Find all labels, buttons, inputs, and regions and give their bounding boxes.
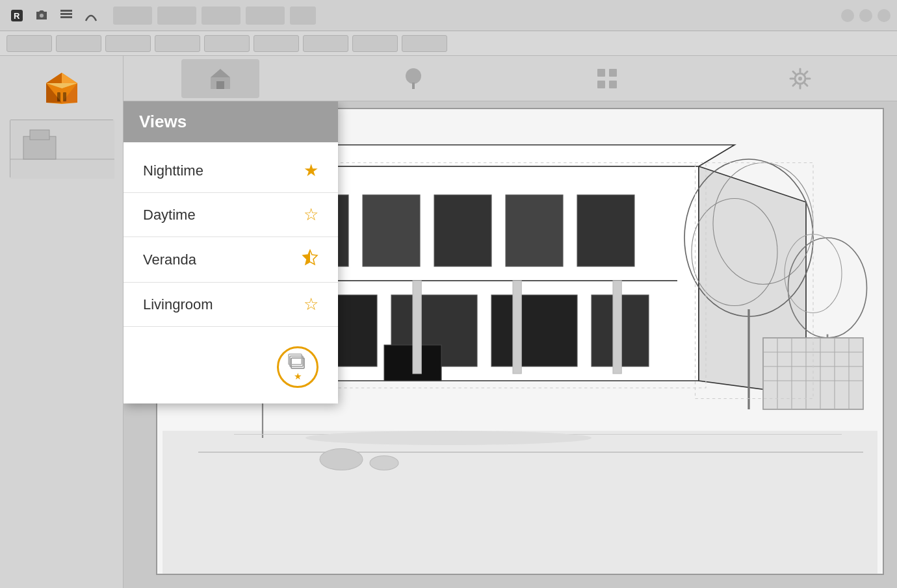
nav-settings-icon[interactable] — [761, 59, 839, 98]
view-item-nighttime-star[interactable]: ★ — [304, 160, 318, 181]
toolbar-btn-5[interactable] — [290, 6, 316, 25]
svg-text:R: R — [14, 11, 20, 21]
scene-star-icon: ★ — [294, 371, 302, 381]
layers-icon[interactable] — [56, 5, 77, 26]
svg-point-2 — [40, 14, 44, 18]
view-item-nighttime-label: Nighttime — [143, 162, 203, 179]
second-btn-5[interactable] — [204, 35, 250, 52]
close-button[interactable] — [878, 9, 890, 22]
second-btn-7[interactable] — [303, 35, 348, 52]
svg-rect-45 — [577, 195, 634, 266]
top-toolbar: R — [0, 0, 897, 31]
views-header: Views — [124, 101, 338, 142]
view-item-veranda[interactable]: Veranda — [124, 237, 338, 283]
svg-point-28 — [798, 77, 802, 81]
svg-rect-13 — [63, 92, 66, 101]
svg-rect-20 — [216, 81, 224, 89]
view-item-veranda-star[interactable] — [302, 249, 318, 270]
svg-marker-81 — [303, 250, 317, 264]
views-footer: ★ — [124, 333, 338, 403]
svg-marker-19 — [211, 69, 230, 77]
main-icon-bar — [124, 56, 897, 101]
svg-line-35 — [805, 71, 807, 74]
scene-button[interactable]: ★ — [277, 346, 318, 388]
maximize-button[interactable] — [859, 9, 872, 22]
second-btn-9[interactable] — [402, 35, 447, 52]
svg-rect-23 — [597, 69, 605, 77]
toolbar-btn-2[interactable] — [157, 6, 196, 25]
view-item-daytime-star[interactable]: ☆ — [304, 205, 318, 225]
svg-rect-65 — [613, 281, 621, 374]
svg-rect-42 — [363, 195, 420, 266]
left-panel — [0, 56, 124, 588]
second-btn-6[interactable] — [254, 35, 299, 52]
svg-rect-24 — [609, 69, 617, 77]
svg-rect-26 — [609, 81, 617, 88]
second-btn-1[interactable] — [6, 35, 52, 52]
second-toolbar — [0, 31, 897, 56]
svg-rect-3 — [60, 13, 72, 15]
svg-point-80 — [370, 456, 398, 470]
camera-icon[interactable] — [31, 5, 52, 26]
svg-rect-17 — [30, 130, 49, 140]
main-content: Views Nighttime ★ Daytime ☆ Ve — [124, 56, 897, 588]
svg-rect-4 — [60, 16, 72, 18]
svg-rect-64 — [513, 281, 521, 374]
view-item-veranda-label: Veranda — [143, 251, 196, 268]
toolbar-btn-3[interactable] — [202, 6, 240, 25]
second-btn-8[interactable] — [352, 35, 398, 52]
nav-landscape-icon[interactable] — [374, 59, 452, 98]
nav-home-icon[interactable] — [181, 59, 259, 98]
svg-rect-22 — [412, 83, 415, 89]
minimize-button[interactable] — [841, 9, 854, 22]
svg-rect-43 — [434, 195, 491, 266]
content-area: Views Nighttime ★ Daytime ☆ Ve — [124, 101, 897, 588]
svg-rect-63 — [413, 281, 421, 374]
app-logo[interactable] — [42, 69, 81, 108]
svg-line-33 — [793, 71, 796, 74]
view-item-livingroom-label: Livingroom — [143, 296, 213, 313]
views-list: Nighttime ★ Daytime ☆ Veranda — [124, 142, 338, 333]
toolbar-btn-4[interactable] — [246, 6, 285, 25]
svg-point-21 — [406, 68, 421, 84]
svg-rect-48 — [491, 295, 577, 366]
svg-rect-44 — [506, 195, 563, 266]
svg-point-79 — [320, 449, 363, 470]
arch-icon[interactable] — [81, 5, 101, 26]
view-item-daytime-label: Daytime — [143, 207, 196, 224]
views-panel-title: Views — [139, 112, 322, 132]
svg-line-36 — [793, 83, 796, 86]
toolbar-btn-1[interactable] — [113, 6, 152, 25]
svg-line-34 — [805, 83, 807, 86]
view-item-livingroom-star[interactable]: ☆ — [304, 294, 318, 314]
main-area: Views Nighttime ★ Daytime ☆ Ve — [0, 56, 897, 588]
svg-point-61 — [306, 431, 592, 445]
svg-rect-5 — [60, 10, 72, 12]
views-panel: Views Nighttime ★ Daytime ☆ Ve — [124, 101, 338, 403]
second-btn-4[interactable] — [155, 35, 200, 52]
second-btn-2[interactable] — [56, 35, 101, 52]
svg-rect-12 — [57, 92, 60, 101]
view-item-daytime[interactable]: Daytime ☆ — [124, 193, 338, 237]
view-item-livingroom[interactable]: Livingroom ☆ — [124, 283, 338, 327]
scene-thumbnail — [10, 120, 114, 178]
svg-rect-25 — [597, 81, 605, 88]
app-icons: R — [6, 5, 101, 26]
r-icon[interactable]: R — [6, 5, 27, 26]
nav-grid-icon[interactable] — [568, 59, 646, 98]
second-btn-3[interactable] — [105, 35, 151, 52]
view-item-nighttime[interactable]: Nighttime ★ — [124, 149, 338, 193]
window-controls — [841, 9, 890, 22]
